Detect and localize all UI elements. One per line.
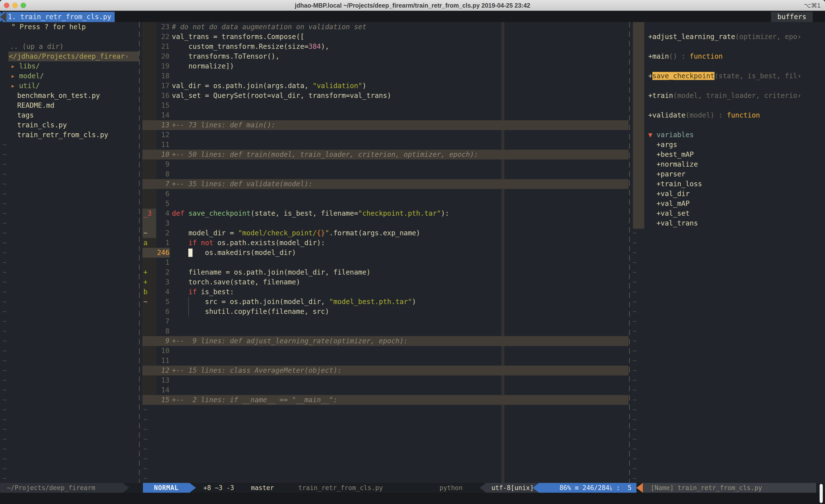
code-line[interactable]: 15 <box>140 101 629 110</box>
tagbar-item[interactable]: +best_mAP <box>630 150 825 160</box>
code-line[interactable]: 1 <box>140 258 629 267</box>
code-line[interactable]: 11 <box>140 356 629 365</box>
tilde: ~ <box>2 415 7 424</box>
text-segment: train_cls.py <box>17 121 67 129</box>
tree-item[interactable] <box>0 32 139 42</box>
text-segment: val_set = QuerySet(root=val_dir, transfo… <box>172 91 391 100</box>
code-text: if not os.path.exists(model_dir): <box>172 238 325 248</box>
tagbar-item[interactable]: +train(model, train_loader, criterio› <box>630 91 825 101</box>
tree-item[interactable]: ▸ util/ <box>0 81 139 91</box>
folded-code-line[interactable]: 13+-- 73 lines: def main(): <box>140 120 629 130</box>
code-line[interactable]: 17val_dir = os.path.join(args.data, "val… <box>140 81 629 91</box>
tree-item[interactable]: README.md <box>0 101 139 110</box>
filler-line: ~ <box>0 317 139 326</box>
filler-line: ~ <box>630 248 825 258</box>
code-line[interactable]: 13 <box>140 375 629 385</box>
scrollbar-thumb[interactable] <box>820 484 823 503</box>
tilde: ~ <box>2 356 7 365</box>
tilde: ~ <box>632 228 637 238</box>
window-title: jdhao-MBP.local ~/Projects/deep_firearm/… <box>0 2 825 9</box>
folded-code-line[interactable]: 9+-- 9 lines: def adjust_learning_rate(o… <box>140 336 629 346</box>
code-text: filename = os.path.join(model_dir, filen… <box>172 267 371 277</box>
code-line[interactable]: ~5 src = os.path.join(model_dir, "model_… <box>140 297 629 307</box>
code-line[interactable]: 22val_trans = transforms.Compose([ <box>140 32 629 42</box>
tree-item-selected[interactable]: </jdhao/Projects/deep_firear› <box>0 52 139 61</box>
tree-item[interactable]: benchmark_on_test.py <box>0 91 139 101</box>
tree-item[interactable]: .. (up a dir) <box>0 42 139 52</box>
tilde: ~ <box>2 228 7 238</box>
tilde: ~ <box>2 179 7 189</box>
code-line[interactable]: 20 transforms.ToTensor(), <box>140 52 629 61</box>
text-segment: val_trans = transforms.Compose([ <box>172 33 304 41</box>
tagbar-item[interactable]: +save_checkpoint(state, is_best, fil› <box>630 71 825 81</box>
tagbar-item[interactable]: +train_loss <box>630 179 825 189</box>
tree-item[interactable]: tags <box>0 110 139 120</box>
code-line[interactable]: 11 <box>140 140 629 150</box>
text-segment: val_dir = os.path.join(args.data, <box>172 82 313 90</box>
tree-item[interactable]: " Press ? for help <box>0 22 139 32</box>
code-line[interactable]: 14 <box>140 385 629 395</box>
tagbar-item[interactable]: +args <box>630 140 825 150</box>
tagbar-item[interactable]: +val_dir <box>630 189 825 199</box>
code-line[interactable]: 19 normalize]) <box>140 61 629 71</box>
tree-item[interactable]: ▸ model/ <box>0 71 139 81</box>
folded-code-line[interactable]: 15+-- 2 lines: if __name__ == "__main__"… <box>140 395 629 405</box>
code-line[interactable]: 5 <box>140 199 629 208</box>
code-line[interactable]: 3 <box>140 219 629 228</box>
text-segment: +val_mAP <box>648 199 690 207</box>
code-text: custom_transform.Resize(size=384), <box>172 42 329 52</box>
tagbar-item[interactable]: ▼ variables <box>630 130 825 140</box>
code-line[interactable]: 7 <box>140 317 629 326</box>
code-line[interactable]: 8 <box>140 169 629 179</box>
code-line[interactable]: 21 custom_transform.Resize(size=384), <box>140 42 629 52</box>
code-line[interactable]: 16val_set = QuerySet(root=val_dir, trans… <box>140 91 629 101</box>
tagbar-item[interactable]: +normalize <box>630 160 825 169</box>
tagbar-item[interactable]: +validate(model) : function <box>630 110 825 120</box>
folded-code-line[interactable]: 12+-- 15 lines: class AverageMeter(objec… <box>140 365 629 375</box>
code-line[interactable]: 23# do not do data augmentation on valid… <box>140 22 629 32</box>
text-segment: (state, is_best, filename= <box>250 209 358 218</box>
tagbar-pane: +adjust_learning_rate(optimizer, epo›+ma… <box>630 22 825 483</box>
code-line[interactable]: ~2 model_dir = "model/check_point/{}".fo… <box>140 228 629 238</box>
tilde: ~ <box>2 474 7 483</box>
tagbar-blank-line <box>630 61 825 71</box>
folded-code-line[interactable]: 7+-- 35 lines: def validate(model): <box>140 179 629 189</box>
code-line[interactable]: +2 filename = os.path.join(model_dir, fi… <box>140 267 629 277</box>
filler-line: ~ <box>0 228 139 238</box>
code-line[interactable]: 246 os.makedirs(model_dir) <box>140 248 629 258</box>
window-separator-left[interactable] <box>139 22 140 483</box>
code-line[interactable]: 12 <box>140 130 629 140</box>
filler-line: ~ <box>630 385 825 395</box>
tree-item[interactable]: ▸ libs/ <box>0 61 139 71</box>
tree-item[interactable]: train_cls.py <box>0 120 139 130</box>
code-line[interactable]: 18 <box>140 71 629 81</box>
code-line[interactable]: a1 if not os.path.exists(model_dir): <box>140 238 629 248</box>
text-segment: ▸ <box>11 62 19 70</box>
code-line[interactable]: 9 <box>140 160 629 169</box>
tilde: ~ <box>632 424 637 434</box>
code-line[interactable]: 10 <box>140 346 629 356</box>
tilde: ~ <box>632 444 637 454</box>
tagbar-item[interactable]: +val_trans <box>630 219 825 228</box>
code-line[interactable]: 6 shutil.copyfile(filename, src) <box>140 307 629 317</box>
filler-line: ~ <box>140 415 629 424</box>
tilde: ~ <box>143 415 148 424</box>
tagbar-item[interactable]: +val_set <box>630 208 825 219</box>
code-line[interactable]: 8 <box>140 326 629 336</box>
code-line[interactable]: 6 <box>140 189 629 199</box>
tab-train-retr-from-cls[interactable]: 1. train_retr_from_cls.py <box>2 12 115 22</box>
window-separator-right[interactable] <box>629 22 630 483</box>
code-line[interactable]: 14 <box>140 110 629 120</box>
tree-item[interactable]: train_retr_from_cls.py <box>0 130 139 140</box>
tagbar-item[interactable]: +val_mAP <box>630 199 825 208</box>
tagbar-item[interactable]: +main() : function <box>630 52 825 61</box>
code-line[interactable]: b4 if is_best: <box>140 287 629 297</box>
tagbar-item[interactable]: +parser <box>630 169 825 179</box>
tilde: ~ <box>2 464 7 474</box>
code-line[interactable]: +3 torch.save(state, filename) <box>140 277 629 287</box>
code-line[interactable]: _34def save_checkpoint(state, is_best, f… <box>140 208 629 219</box>
tree-item-label: tags <box>17 110 33 120</box>
buffers-label[interactable]: buffers <box>771 12 813 22</box>
tagbar-item[interactable]: +adjust_learning_rate(optimizer, epo› <box>630 32 825 42</box>
folded-code-line[interactable]: 10+-- 50 lines: def train(model, train_l… <box>140 150 629 160</box>
